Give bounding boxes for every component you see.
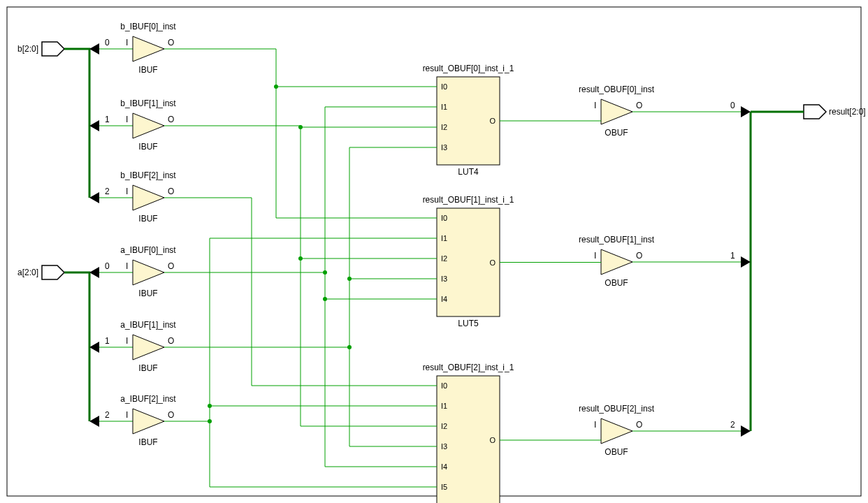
junction-dot [323,270,327,275]
port-label: b[2:0] [17,44,38,54]
buffer-icon [601,249,632,275]
port-label: a[2:0] [17,268,38,277]
inst-name: b_IBUF[0]_inst [120,22,176,31]
pin-label: I3 [441,275,447,283]
pin-label: I2 [441,123,447,131]
inst-name: a_IBUF[0]_inst [120,245,176,255]
pin-label: I0 [441,214,447,222]
net [164,49,276,218]
net [210,421,437,487]
input-port-a[interactable]: a[2:0] [17,265,64,279]
inst-type: LUT5 [458,319,479,328]
lut-2[interactable]: result_OBUF[2]_inst_i_1LUT6I0I1I2I3I4I5O [423,363,514,503]
bit-label: 2 [105,410,110,420]
pin-o: O [636,420,642,430]
inst-name: result_OBUF[1]_inst_i_1 [423,195,514,205]
pin-label: I2 [441,254,447,263]
pin-o: O [168,261,174,271]
bit-label: 0 [105,38,110,48]
pin-out: O [489,436,496,444]
buffer-icon [133,409,164,434]
lut-1[interactable]: result_OBUF[1]_inst_i_1LUT5I0I1I2I3I4O [423,195,514,328]
inst-name: a_IBUF[1]_inst [120,320,176,330]
output-port-result[interactable]: result[2:0] [804,105,866,119]
buffer-icon [601,418,632,444]
ibuf-3[interactable]: 0IOa_IBUF[0]_instIBUF [89,245,176,298]
junction-dot [347,345,352,349]
ibuf-1[interactable]: 1IOb_IBUF[1]_instIBUF [89,99,176,152]
junction-dot [208,419,212,423]
pin-o: O [168,38,174,48]
inst-type: IBUF [138,142,157,152]
buffer-icon [133,335,164,360]
pin-o: O [636,101,642,110]
inst-name: result_OBUF[2]_inst_i_1 [423,363,514,372]
inst-type: IBUF [138,65,157,75]
pin-out: O [489,117,496,125]
inst-type: IBUF [138,437,157,447]
inst-type: OBUF [605,278,628,288]
pin-o: O [168,410,174,420]
pin-label: I3 [441,442,447,451]
inst-name: a_IBUF[2]_inst [120,394,176,404]
inst-name: result_OBUF[0]_inst_i_1 [423,64,514,73]
obuf-2[interactable]: IOresult_OBUF[2]_instOBUF2 [579,404,751,457]
inst-name: b_IBUF[1]_inst [120,99,176,108]
inst-type: OBUF [605,128,628,138]
pin-i: I [594,101,596,110]
pin-i: I [126,410,128,420]
pin-label: I0 [441,82,447,91]
pin-i: I [126,115,128,124]
inst-type: OBUF [605,447,628,457]
bit-label: 0 [105,261,110,271]
buffer-icon [133,260,164,285]
input-port-b[interactable]: b[2:0] [17,42,64,56]
bit-label: 2 [730,420,735,430]
buffer-icon [133,185,164,210]
ibuf-5[interactable]: 2IOa_IBUF[2]_instIBUF [89,394,176,447]
bit-label: 1 [730,251,735,261]
ibuf-4[interactable]: 1IOa_IBUF[1]_instIBUF [89,320,176,373]
obuf-1[interactable]: IOresult_OBUF[1]_instOBUF1 [579,235,751,288]
pin-label: I0 [441,381,447,390]
pin-i: I [594,420,596,430]
pin-label: I5 [441,483,447,491]
bit-label: 0 [730,101,735,110]
inst-type: IBUF [138,289,157,298]
pin-i: I [126,261,128,271]
inst-type: IBUF [138,214,157,224]
pin-i: I [126,38,128,48]
inst-name: result_OBUF[0]_inst [579,85,655,94]
pin-label: I3 [441,143,447,152]
lut-0[interactable]: result_OBUF[0]_inst_i_1LUT4I0I1I2I3O [423,64,514,177]
pin-i: I [126,187,128,196]
pin-o: O [168,187,174,196]
pin-label: I4 [441,295,447,303]
inst-name: b_IBUF[2]_inst [120,170,176,180]
schematic-canvas[interactable]: b[2:0] a[2:0] result[2:0] 0IOb_IBUF[0]_i… [0,0,868,503]
buffer-icon [133,113,164,138]
net [164,126,301,426]
pin-label: I1 [441,402,447,410]
ibuf-2[interactable]: 2IOb_IBUF[2]_instIBUF [89,170,176,224]
bit-label: 1 [105,115,110,124]
inst-name: result_OBUF[1]_inst [579,235,655,245]
pin-o: O [168,115,174,124]
pin-label: I1 [441,234,447,242]
inst-type: IBUF [138,363,157,373]
buffer-icon [133,36,164,61]
pin-i: I [594,251,596,261]
pin-label: I2 [441,422,447,430]
pin-i: I [126,336,128,346]
pin-label: I4 [441,462,447,471]
pin-o: O [168,336,174,346]
pin-o: O [636,251,642,261]
ibuf-0[interactable]: 0IOb_IBUF[0]_instIBUF [89,22,176,75]
inst-name: result_OBUF[2]_inst [579,404,655,414]
bit-label: 1 [105,336,110,346]
net [164,147,349,347]
obuf-0[interactable]: IOresult_OBUF[0]_instOBUF0 [579,85,751,138]
buffer-icon [601,99,632,124]
pin-label: I1 [441,103,447,111]
pin-out: O [489,258,496,267]
